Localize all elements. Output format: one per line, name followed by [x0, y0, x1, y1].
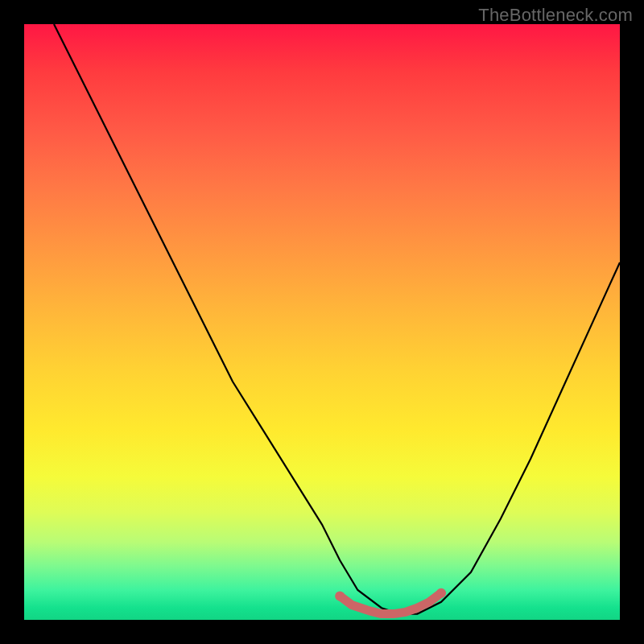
optimal-band-marker — [24, 24, 620, 620]
plot-area — [24, 24, 620, 620]
svg-point-1 — [436, 588, 446, 598]
chart-frame: TheBottleneck.com — [0, 0, 644, 644]
svg-point-0 — [335, 591, 345, 601]
watermark-text: TheBottleneck.com — [478, 5, 633, 26]
